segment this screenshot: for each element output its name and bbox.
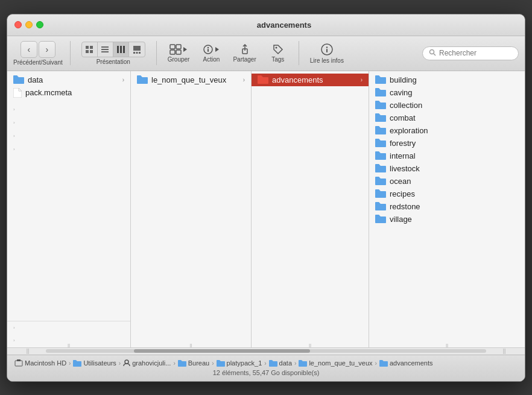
search-input[interactable] <box>439 49 512 57</box>
folder-icon <box>375 164 386 172</box>
svg-rect-11 <box>133 52 135 54</box>
breadcrumb: Macintosh HD › Utilisateurs › grahovicju… <box>7 358 525 368</box>
gallery-view[interactable] <box>129 42 145 57</box>
item-name: recipes <box>390 189 415 198</box>
folder-icon <box>375 75 386 84</box>
list-item[interactable]: village <box>369 213 525 226</box>
item-name: caving <box>390 88 413 97</box>
column-3: advancements › || <box>252 71 369 347</box>
back-button[interactable]: ‹ <box>21 41 37 58</box>
scroll-right-indicator: || <box>486 348 522 354</box>
list-view[interactable] <box>98 42 113 57</box>
item-name: internal <box>390 151 416 160</box>
column-3-items: advancements › <box>252 71 369 347</box>
tags-button[interactable]: Tags <box>265 42 291 65</box>
list-item[interactable]: recipes <box>369 188 525 200</box>
breadcrumb-label: Macintosh HD <box>25 359 66 367</box>
separator-2 <box>156 41 157 65</box>
presentation-button[interactable]: Présentation <box>78 39 149 68</box>
item-name: advancements <box>272 75 323 84</box>
list-item[interactable]: internal <box>369 150 525 162</box>
svg-rect-1 <box>90 46 93 49</box>
statusbar: Macintosh HD › Utilisateurs › grahovicju… <box>7 355 525 381</box>
separator-1 <box>70 41 71 65</box>
tags-label: Tags <box>271 56 284 63</box>
list-item[interactable]: ocean <box>369 175 525 188</box>
breadcrumb-label: platypack_1 <box>227 359 262 367</box>
forward-button[interactable]: › <box>39 41 55 58</box>
column-2-items: le_nom_que_tu_veux › <box>131 71 251 347</box>
maximize-button[interactable] <box>36 21 43 28</box>
svg-point-29 <box>430 49 434 54</box>
svg-rect-9 <box>123 46 125 53</box>
column-1-resize[interactable]: || <box>63 344 75 347</box>
icon-view[interactable] <box>82 42 98 57</box>
list-item[interactable]: livestock <box>369 162 525 175</box>
list-item[interactable]: caving <box>369 86 525 99</box>
list-item[interactable]: collection <box>369 99 525 112</box>
presentation-label: Présentation <box>97 58 130 65</box>
breadcrumb-data[interactable]: data <box>269 359 292 367</box>
scrollbar-thumb[interactable] <box>134 349 310 353</box>
group-label: Grouper <box>168 56 190 63</box>
svg-rect-32 <box>17 359 21 361</box>
breadcrumb-user[interactable]: grahovicjuli... <box>123 359 171 367</box>
folder-icon <box>375 177 386 185</box>
nav-label: Précédent/Suivant <box>13 59 63 66</box>
info-label: Lire les infos <box>310 57 344 64</box>
svg-point-25 <box>275 46 277 48</box>
list-item[interactable]: advancements › <box>252 74 369 86</box>
svg-rect-4 <box>101 46 109 48</box>
list-item[interactable]: redstone <box>369 200 525 213</box>
action-button[interactable]: Action <box>198 42 224 65</box>
item-name: livestock <box>390 164 420 173</box>
breadcrumb-advancements[interactable]: advancements <box>379 359 433 367</box>
search-icon <box>429 49 436 58</box>
svg-rect-17 <box>176 50 181 54</box>
column-view[interactable] <box>113 42 129 57</box>
breadcrumb-le-nom[interactable]: le_nom_que_tu_veux <box>299 359 372 367</box>
breadcrumb-label: grahovicjuli... <box>132 359 171 367</box>
list-item[interactable]: pack.mcmeta <box>7 86 130 100</box>
list-item[interactable]: le_nom_que_tu_veux › <box>131 74 251 86</box>
svg-rect-2 <box>86 50 89 53</box>
folder-icon <box>258 75 268 84</box>
minimize-button[interactable] <box>25 21 33 28</box>
breadcrumb-separator: › <box>212 360 214 367</box>
column-2-resize[interactable]: || <box>185 344 197 347</box>
scrollbar-track[interactable] <box>46 349 486 353</box>
search-box[interactable] <box>422 46 519 60</box>
close-button[interactable] <box>14 21 22 28</box>
breadcrumb-utilisateurs[interactable]: Utilisateurs <box>73 359 116 367</box>
share-button[interactable]: Partager <box>229 42 259 65</box>
action-icon-row <box>203 44 220 55</box>
breadcrumb-macintosh-hd[interactable]: Macintosh HD <box>14 359 66 367</box>
item-name: pack.mcmeta <box>25 88 72 97</box>
item-name: combat <box>390 113 416 122</box>
breadcrumb-separator: › <box>173 360 175 367</box>
list-item[interactable]: building <box>369 74 525 86</box>
breadcrumb-bureau[interactable]: Bureau <box>178 359 209 367</box>
group-button[interactable]: Grouper <box>164 42 194 65</box>
item-name: collection <box>390 101 422 110</box>
folder-icon <box>13 75 24 84</box>
svg-rect-28 <box>326 49 328 52</box>
item-name: village <box>390 215 412 224</box>
info-icon-row <box>320 43 334 56</box>
folder-icon <box>375 151 386 160</box>
svg-rect-13 <box>139 52 141 54</box>
column-4-resize[interactable]: || <box>441 344 453 347</box>
info-button[interactable]: Lire les infos <box>306 40 347 66</box>
list-item[interactable]: forestry <box>369 137 525 150</box>
item-name: building <box>390 75 417 84</box>
svg-rect-6 <box>101 51 109 52</box>
breadcrumb-separator: › <box>69 360 71 367</box>
column-3-resize[interactable]: || <box>304 344 316 347</box>
list-item[interactable]: combat <box>369 112 525 124</box>
list-item[interactable]: exploration <box>369 124 525 137</box>
list-item[interactable]: data › <box>7 74 130 86</box>
breadcrumb-separator: › <box>119 360 121 367</box>
item-name: data <box>28 75 43 84</box>
folder-icon <box>375 215 386 223</box>
breadcrumb-platypack[interactable]: platypack_1 <box>217 359 262 367</box>
